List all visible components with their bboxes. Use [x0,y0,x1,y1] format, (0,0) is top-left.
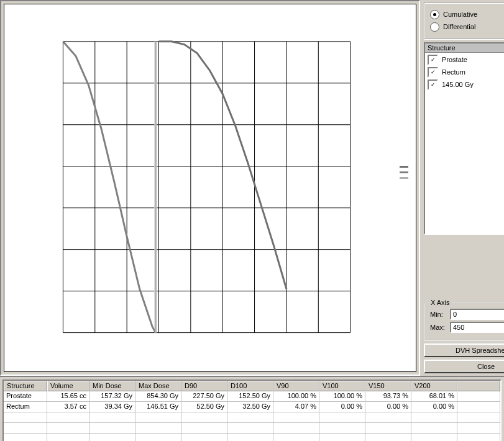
radio-differential-label: Differential [443,23,475,30]
cell [89,434,135,441]
radio-cumulative-label: Cumulative [443,11,477,18]
upper-pane: Cumulative Differential Structure ✓Prost… [0,0,504,376]
radio-cumulative[interactable]: Cumulative [430,9,504,20]
col-header-6[interactable]: V90 [273,381,319,391]
cell [227,412,273,423]
cell [273,412,319,423]
cell [4,434,47,441]
cell: 0.00 % [365,402,411,412]
cell: 39.34 Gy [89,402,135,412]
structure-header: Structure [425,43,504,53]
cell [47,412,89,423]
cell [135,412,181,423]
cell [411,434,457,441]
legend-swatch-1 [400,171,408,173]
cell [319,423,365,434]
col-header-7[interactable]: V100 [319,381,365,391]
cell [365,423,411,434]
table-row[interactable]: Rectum3.57 cc39.34 Gy146.51 Gy52.50 Gy32… [4,402,500,412]
cell [411,423,457,434]
cell [273,423,319,434]
grid-header-row: StructureVolumeMin DoseMax DoseD90D100V9… [4,381,500,391]
cell [319,412,365,423]
structure-item-1[interactable]: ✓Rectum [425,66,504,78]
checkbox-icon: ✓ [428,67,438,78]
col-header-2[interactable]: Min Dose [89,381,135,391]
cell [89,412,135,423]
table-row[interactable] [4,423,500,434]
xaxis-max-input[interactable] [450,322,504,333]
cell: 854.30 Gy [135,391,181,402]
close-button[interactable]: Close [424,360,504,373]
structure-item-0[interactable]: ✓Prostate [425,54,504,65]
structure-item-label: Prostate [442,56,467,63]
cell [135,434,181,441]
cell: 3.57 cc [47,402,89,412]
dvh-type-group: Cumulative Differential [424,2,504,40]
cell [411,412,457,423]
cell: 157.32 Gy [89,391,135,402]
cell [181,412,227,423]
legend-swatch-2 [400,177,408,179]
cell [365,434,411,441]
col-header-3[interactable]: Max Dose [135,381,181,391]
xaxis-min-label: Min: [430,311,447,318]
checkbox-icon: ✓ [428,55,438,65]
cell [181,434,227,441]
cell [47,423,89,434]
structure-item-2[interactable]: ✓145.00 Gy [425,79,504,90]
cell: 100.00 % [273,391,319,402]
table-row[interactable] [4,412,500,423]
cell [273,434,319,441]
radio-icon [430,22,439,32]
radio-icon [430,10,439,19]
cell: 0.00 % [411,402,457,412]
spacer [424,237,504,299]
cell: 68.01 % [411,391,457,402]
dvh-spreadsheet-label: DVH Spreadsheet... [456,347,504,354]
side-panel: Cumulative Differential Structure ✓Prost… [420,0,504,376]
close-label: Close [477,363,495,370]
table-panel: StructureVolumeMin DoseMax DoseD90D100V9… [0,376,504,441]
cell: 4.07 % [273,402,319,412]
radio-differential[interactable]: Differential [430,21,504,32]
dvh-chart [4,4,416,371]
chart-panel [0,0,420,376]
dvh-spreadsheet-button[interactable]: DVH Spreadsheet... [424,343,504,357]
xaxis-max-label: Max: [430,324,447,331]
cell: 15.65 cc [47,391,89,402]
checkbox-icon: ✓ [428,80,438,90]
xaxis-title: X Axis [429,299,452,306]
structure-list: Structure ✓Prostate✓Rectum✓145.00 Gy [424,42,504,235]
cell [365,412,411,423]
table-row[interactable] [4,434,500,441]
legend-swatches [400,166,408,179]
cell [135,423,181,434]
col-header-9[interactable]: V200 [411,381,457,391]
xaxis-group: X Axis Min: Max: [424,302,504,341]
cell: 32.50 Gy [227,402,273,412]
structure-item-label: 145.00 Gy [442,81,474,88]
structure-item-label: Rectum [442,68,465,76]
col-header-4[interactable]: D90 [181,381,227,391]
col-header-8[interactable]: V150 [365,381,411,391]
chart-canvas[interactable] [4,4,416,372]
col-header-5[interactable]: D100 [227,381,273,391]
table-row[interactable]: Prostate15.65 cc157.32 Gy854.30 Gy227.50… [4,391,500,402]
col-header-0[interactable]: Structure [4,381,47,391]
legend-swatch-0 [400,166,408,168]
cell [181,423,227,434]
cell [227,423,273,434]
cell: 93.73 % [365,391,411,402]
cell: 100.00 % [319,391,365,402]
cell [227,434,273,441]
col-header-1[interactable]: Volume [47,381,89,391]
cell [47,434,89,441]
stats-grid[interactable]: StructureVolumeMin DoseMax DoseD90D100V9… [2,380,502,441]
cell: 146.51 Gy [135,402,181,412]
cell [4,423,47,434]
xaxis-min-input[interactable] [450,309,504,320]
cell: Prostate [4,391,47,402]
cell: 0.00 % [319,402,365,412]
cell [89,423,135,434]
